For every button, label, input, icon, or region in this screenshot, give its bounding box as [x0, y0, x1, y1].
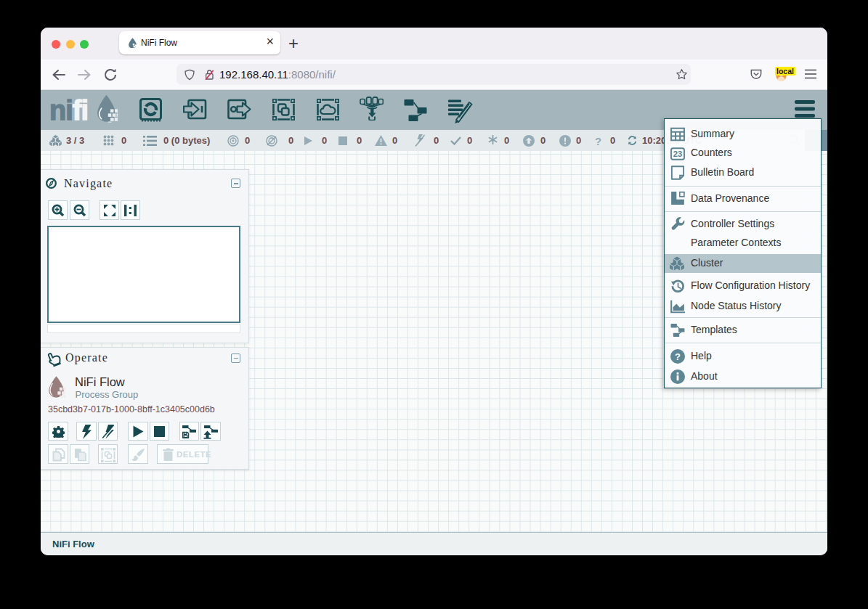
svg-text:23: 23 — [673, 150, 683, 158]
svg-text:?: ? — [675, 351, 681, 361]
